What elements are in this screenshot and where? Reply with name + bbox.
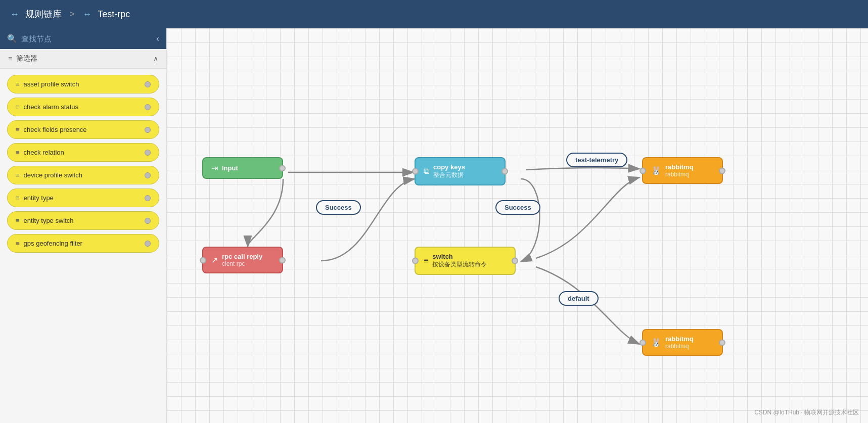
node-item-handle-gps-geofencing-filter — [145, 241, 151, 247]
sidebar-item-entity-type-switch[interactable]: ≡ entity type switch — [7, 211, 159, 230]
rabbitmq-top-port-right[interactable] — [719, 167, 725, 174]
filter-label: ≡ 筛选器 — [8, 54, 37, 63]
rabbitmq-bottom-sub: rabbitmq — [665, 343, 694, 350]
node-item-handle-entity-type-switch — [145, 218, 151, 224]
copy-keys-sub: 整合元数据 — [433, 171, 465, 179]
filter-collapse-button[interactable]: ∧ — [153, 55, 158, 63]
header-icon-current: ↔ — [82, 9, 92, 20]
arrows-svg — [167, 28, 868, 423]
node-item-handle-entity-type — [145, 195, 151, 201]
edge-label-default: default — [559, 291, 599, 306]
node-item-label-check-fields-presence: check fields presence — [24, 126, 87, 133]
rpc-node-sub: clent rpc — [222, 260, 262, 267]
node-rabbitmq-top[interactable]: 🐰 rabbitmq rabbitmq — [642, 157, 723, 184]
rpc-node-title: rpc call reply — [222, 253, 262, 260]
rabbitmq-top-sub: rabbitmq — [665, 171, 694, 178]
node-item-label-device-profile-switch: device profile switch — [24, 171, 82, 179]
switch-port-left[interactable] — [412, 258, 419, 264]
node-item-handle-asset-profile-switch — [145, 81, 151, 87]
copy-keys-icon: ⧉ — [424, 167, 429, 176]
switch-port-right[interactable] — [512, 258, 518, 264]
node-item-icon-asset-profile-switch: ≡ — [16, 80, 20, 88]
rabbitmq-bottom-icon: 🐰 — [651, 338, 661, 347]
node-item-icon-entity-type: ≡ — [16, 194, 20, 202]
copy-keys-port-left[interactable] — [412, 168, 419, 175]
edge-label-success-1: Success — [316, 200, 361, 215]
input-node-title: Input — [222, 164, 238, 172]
rabbitmq-bottom-port-left[interactable] — [639, 339, 646, 346]
node-item-label-check-relation: check relation — [24, 149, 64, 156]
node-item-label-entity-type-switch: entity type switch — [24, 217, 74, 224]
node-item-icon-device-profile-switch: ≡ — [16, 171, 20, 179]
input-port-right[interactable] — [279, 165, 286, 171]
header-icon-home: ↔ — [10, 9, 19, 20]
node-item-label-gps-geofencing-filter: gps geofencing filter — [24, 240, 82, 247]
sidebar-item-check-fields-presence[interactable]: ≡ check fields presence — [7, 120, 159, 139]
sidebar-item-gps-geofencing-filter[interactable]: ≡ gps geofencing filter — [7, 234, 159, 253]
node-rabbitmq-bottom[interactable]: 🐰 rabbitmq rabbitmq — [642, 329, 723, 356]
node-copy-keys[interactable]: ⧉ copy keys 整合元数据 — [415, 157, 506, 185]
rabbitmq-bottom-port-right[interactable] — [719, 339, 725, 346]
search-input[interactable] — [21, 34, 132, 43]
rabbitmq-bottom-title: rabbitmq — [665, 335, 694, 343]
breadcrumb-home[interactable]: 规则链库 — [25, 8, 62, 20]
search-icon: 🔍 — [7, 34, 17, 43]
search-bar: 🔍 ‹ — [0, 28, 166, 49]
node-item-label-entity-type: entity type — [24, 194, 54, 202]
edge-label-success-2: Success — [495, 200, 540, 215]
node-item-icon-check-alarm-status: ≡ — [16, 103, 20, 111]
node-item-label-check-alarm-status: check alarm status — [24, 103, 78, 111]
filter-header: ≡ 筛选器 ∧ — [0, 49, 166, 69]
node-list: ≡ asset profile switch ≡ check alarm sta… — [0, 69, 166, 259]
rabbitmq-top-port-left[interactable] — [639, 167, 646, 174]
sidebar-collapse-button[interactable]: ‹ — [156, 33, 159, 44]
sidebar-item-asset-profile-switch[interactable]: ≡ asset profile switch — [7, 75, 159, 93]
flow-canvas[interactable]: ⇥ Input ↗ rpc call reply clent rpc ⧉ cop… — [167, 28, 868, 423]
node-item-icon-gps-geofencing-filter: ≡ — [16, 240, 20, 247]
filter-text: 筛选器 — [16, 54, 37, 63]
copy-keys-title: copy keys — [433, 163, 465, 171]
switch-sub: 按设备类型流转命令 — [432, 260, 487, 269]
node-item-handle-check-alarm-status — [145, 104, 151, 110]
sidebar-item-check-relation[interactable]: ≡ check relation — [7, 143, 159, 162]
node-rpc-call-reply[interactable]: ↗ rpc call reply clent rpc — [202, 247, 283, 273]
node-item-handle-device-profile-switch — [145, 172, 151, 178]
node-item-label-asset-profile-switch: asset profile switch — [24, 80, 79, 88]
switch-title: switch — [432, 253, 487, 260]
node-item-icon-entity-type-switch: ≡ — [16, 217, 20, 224]
copy-keys-port-right[interactable] — [501, 168, 508, 175]
switch-icon: ≡ — [424, 256, 428, 265]
node-item-icon-check-relation: ≡ — [16, 149, 20, 156]
sidebar: 🔍 ‹ ≡ 筛选器 ∧ ≡ asset profile switch ≡ che… — [0, 28, 167, 423]
main-layout: 🔍 ‹ ≡ 筛选器 ∧ ≡ asset profile switch ≡ che… — [0, 28, 868, 423]
rpc-port-left[interactable] — [200, 257, 206, 263]
node-switch[interactable]: ≡ switch 按设备类型流转命令 — [415, 247, 516, 275]
sidebar-item-device-profile-switch[interactable]: ≡ device profile switch — [7, 166, 159, 184]
node-item-handle-check-relation — [145, 150, 151, 156]
rabbitmq-top-icon: 🐰 — [651, 166, 661, 175]
breadcrumb-current: Test-rpc — [98, 9, 130, 20]
input-icon: ⇥ — [211, 163, 218, 173]
header: ↔ 规则链库 > ↔ Test-rpc — [0, 0, 868, 28]
node-item-handle-check-fields-presence — [145, 127, 151, 133]
rpc-port-right[interactable] — [279, 257, 286, 263]
sidebar-item-entity-type[interactable]: ≡ entity type — [7, 189, 159, 207]
node-item-icon-check-fields-presence: ≡ — [16, 126, 20, 133]
rpc-icon: ↗ — [211, 255, 218, 265]
edge-label-test-telemetry: test-telemetry — [566, 153, 627, 167]
breadcrumb-separator: > — [70, 10, 74, 19]
rabbitmq-top-title: rabbitmq — [665, 163, 694, 171]
filter-icon: ≡ — [8, 55, 12, 63]
node-input[interactable]: ⇥ Input — [202, 157, 283, 179]
sidebar-item-check-alarm-status[interactable]: ≡ check alarm status — [7, 98, 159, 116]
watermark: CSDN @IoTHub · 物联网开源技术社区 — [754, 408, 859, 417]
